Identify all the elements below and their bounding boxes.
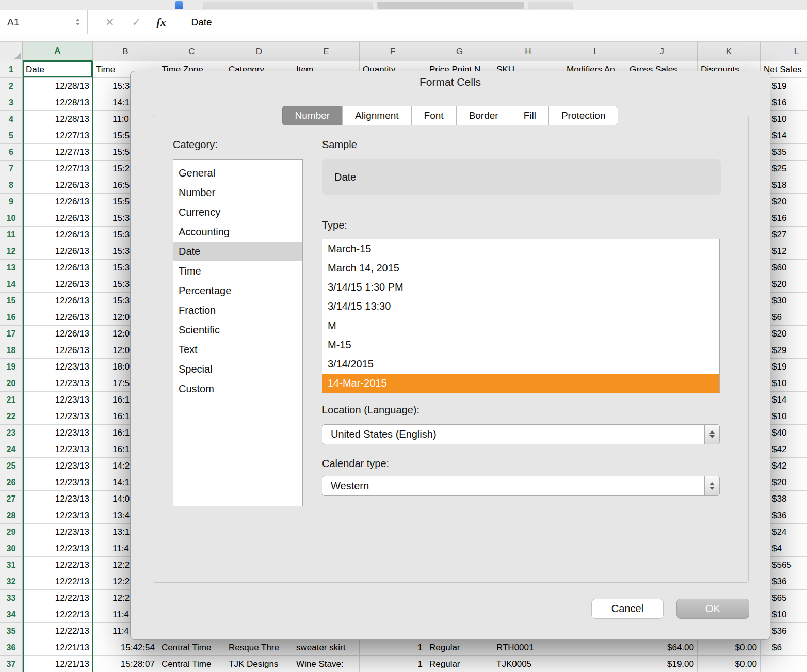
row-header-35[interactable]: 35: [0, 623, 23, 639]
cell-A22[interactable]: 12/23/13: [23, 408, 93, 425]
cell-A16[interactable]: 12/26/13: [23, 309, 93, 326]
column-header-G[interactable]: G: [426, 41, 493, 61]
category-item-custom[interactable]: Custom: [173, 379, 302, 398]
row-header-3[interactable]: 3: [0, 94, 23, 111]
row-header-30[interactable]: 30: [0, 540, 23, 557]
cell-B36[interactable]: 15:42:54: [93, 639, 158, 656]
row-header-10[interactable]: 10: [0, 210, 23, 227]
location-select[interactable]: United States (English): [322, 424, 720, 444]
row-header-25[interactable]: 25: [0, 458, 23, 474]
tab-border[interactable]: Border: [456, 106, 511, 125]
row-header-8[interactable]: 8: [0, 177, 23, 194]
category-item-number[interactable]: Number: [173, 183, 302, 202]
cell-A17[interactable]: 12/26/13: [23, 326, 93, 342]
row-header-1[interactable]: 1: [0, 61, 23, 78]
cell-J36[interactable]: $64.00: [626, 639, 698, 656]
cell-A28[interactable]: 12/23/13: [23, 507, 93, 524]
cell-A37[interactable]: 12/21/13: [23, 656, 93, 672]
cell-C36[interactable]: Central Time: [158, 639, 225, 656]
row-header-26[interactable]: 26: [0, 474, 23, 491]
cell-L36[interactable]: $6: [761, 639, 807, 656]
cell-A5[interactable]: 12/27/13: [23, 127, 93, 144]
cell-D36[interactable]: Resque Thre: [225, 639, 293, 656]
category-item-fraction[interactable]: Fraction: [173, 300, 302, 320]
type-item[interactable]: March-15: [322, 239, 719, 259]
cell-A1[interactable]: Date: [23, 61, 93, 78]
row-header-36[interactable]: 36: [0, 639, 23, 656]
cell-A33[interactable]: 12/22/13: [23, 590, 93, 606]
tab-font[interactable]: Font: [411, 106, 457, 125]
row-header-14[interactable]: 14: [0, 276, 23, 293]
cell-J37[interactable]: $19.00: [626, 656, 698, 672]
column-header-I[interactable]: I: [563, 41, 626, 61]
row-header-19[interactable]: 19: [0, 359, 23, 375]
cell-A35[interactable]: 12/22/13: [23, 623, 93, 639]
cell-C37[interactable]: Central Time: [158, 656, 225, 672]
ok-button[interactable]: OK: [676, 599, 749, 619]
tab-protection[interactable]: Protection: [548, 106, 619, 125]
select-all-corner[interactable]: [0, 41, 23, 61]
column-header-C[interactable]: C: [158, 41, 225, 61]
cell-A18[interactable]: 12/26/13: [23, 342, 93, 359]
row-header-31[interactable]: 31: [0, 557, 23, 573]
cell-A2[interactable]: 12/28/13: [23, 78, 93, 94]
cell-E36[interactable]: sweater skirt: [293, 639, 360, 656]
cell-A27[interactable]: 12/23/13: [23, 491, 93, 507]
category-item-scientific[interactable]: Scientific: [173, 320, 302, 340]
row-header-23[interactable]: 23: [0, 425, 23, 441]
type-item[interactable]: 3/14/15 1:30 PM: [322, 278, 719, 297]
row-header-21[interactable]: 21: [0, 392, 23, 408]
cell-H36[interactable]: RTH0001: [493, 639, 563, 656]
row-header-33[interactable]: 33: [0, 590, 23, 606]
confirm-entry-icon[interactable]: ✓: [132, 16, 141, 28]
cell-A34[interactable]: 12/22/13: [23, 606, 93, 623]
cell-A11[interactable]: 12/26/13: [23, 227, 93, 243]
cell-A10[interactable]: 12/26/13: [23, 210, 93, 227]
cell-A23[interactable]: 12/23/13: [23, 425, 93, 441]
category-item-percentage[interactable]: Percentage: [173, 281, 302, 300]
cell-A12[interactable]: 12/26/13: [23, 243, 93, 260]
cancel-button[interactable]: Cancel: [591, 599, 664, 619]
tab-number[interactable]: Number: [282, 106, 343, 125]
cell-F37[interactable]: 1: [360, 656, 426, 672]
category-item-currency[interactable]: Currency: [173, 202, 302, 222]
cell-A19[interactable]: 12/23/13: [23, 359, 93, 375]
column-header-F[interactable]: F: [360, 41, 426, 61]
row-header-7[interactable]: 7: [0, 161, 23, 177]
app-icon[interactable]: [175, 1, 183, 9]
cell-B37[interactable]: 15:28:07: [93, 656, 158, 672]
row-header-34[interactable]: 34: [0, 606, 23, 623]
cell-I37[interactable]: [563, 656, 626, 672]
column-header-B[interactable]: B: [93, 41, 158, 61]
name-box-stepper-icon[interactable]: [76, 10, 80, 34]
row-header-29[interactable]: 29: [0, 524, 23, 540]
cell-A14[interactable]: 12/26/13: [23, 276, 93, 293]
row-header-13[interactable]: 13: [0, 260, 23, 276]
cell-A6[interactable]: 12/27/13: [23, 144, 93, 161]
cell-A15[interactable]: 12/26/13: [23, 293, 93, 309]
type-item[interactable]: March 14, 2015: [322, 259, 719, 278]
cell-A29[interactable]: 12/23/13: [23, 524, 93, 540]
row-header-18[interactable]: 18: [0, 342, 23, 359]
cell-A30[interactable]: 12/23/13: [23, 540, 93, 557]
insert-function-icon[interactable]: fx: [156, 15, 166, 29]
tab-alignment[interactable]: Alignment: [342, 106, 412, 125]
cancel-entry-icon[interactable]: ✕: [105, 16, 115, 28]
cell-H37[interactable]: TJK0005: [493, 656, 563, 672]
cell-A8[interactable]: 12/26/13: [23, 177, 93, 194]
category-item-special[interactable]: Special: [173, 359, 302, 379]
cell-A7[interactable]: 12/27/13: [23, 161, 93, 177]
category-item-general[interactable]: General: [173, 163, 302, 183]
row-header-6[interactable]: 6: [0, 144, 23, 161]
cell-A25[interactable]: 12/23/13: [23, 458, 93, 474]
type-item[interactable]: M: [322, 316, 719, 335]
cell-A31[interactable]: 12/22/13: [23, 557, 93, 573]
cell-A4[interactable]: 12/28/13: [23, 111, 93, 127]
cell-A13[interactable]: 12/26/13: [23, 260, 93, 276]
cell-A20[interactable]: 12/23/13: [23, 375, 93, 392]
row-header-22[interactable]: 22: [0, 408, 23, 425]
category-item-date[interactable]: Date: [173, 242, 302, 261]
row-header-28[interactable]: 28: [0, 507, 23, 524]
column-header-J[interactable]: J: [626, 41, 698, 61]
cell-A3[interactable]: 12/28/13: [23, 94, 93, 111]
